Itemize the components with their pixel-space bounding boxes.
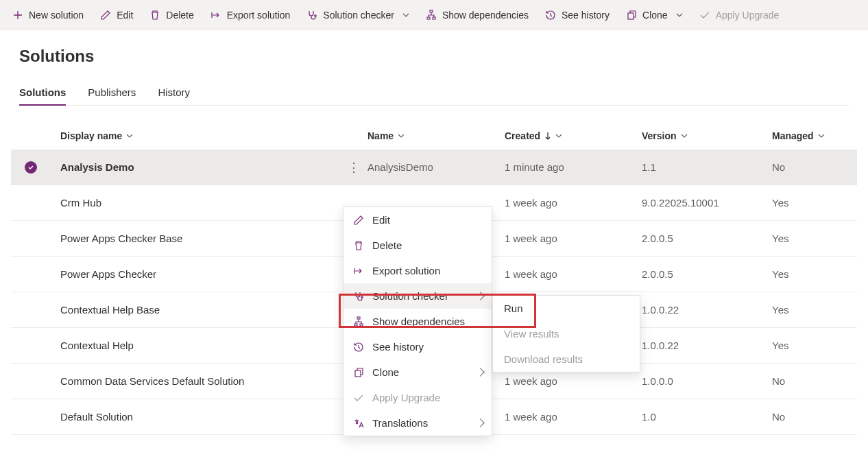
new-solution-button[interactable]: New solution [5,0,91,30]
export-solution-button[interactable]: Export solution [204,0,298,30]
submenu-view-results: View results [493,321,640,346]
check-icon [353,392,364,403]
delete-button[interactable]: Delete [143,0,200,30]
column-display-name[interactable]: Display name [60,130,133,141]
table-row[interactable]: Analysis Demo ⋮ AnalysisDemo 1 minute ag… [11,150,857,185]
display-name-cell[interactable]: Crm Hub [60,197,101,209]
show-dependencies-button[interactable]: Show dependencies [419,0,535,30]
display-name-cell[interactable]: Contextual Help [60,340,134,351]
svg-rect-2 [427,17,430,19]
pencil-icon [100,10,111,21]
menu-edit[interactable]: Edit [343,207,492,233]
column-created[interactable]: Created [505,130,562,141]
solution-checker-button[interactable]: Solution checker [300,0,416,30]
version-cell: 9.0.22025.10001 [642,197,719,209]
export-icon [210,10,221,21]
created-cell: 1 week ago [505,375,557,387]
tab-publishers[interactable]: Publishers [88,80,136,105]
svg-point-5 [361,296,363,297]
created-cell: 1 week ago [505,197,557,209]
svg-rect-3 [433,17,435,19]
version-cell: 1.0.0.22 [642,340,679,351]
display-name-cell[interactable]: Contextual Help Base [60,304,160,316]
chevron-down-icon [126,132,133,139]
menu-translations[interactable]: Translations [343,410,492,436]
chevron-down-icon [681,132,688,139]
display-name-cell[interactable]: Power Apps Checker [60,268,156,280]
hierarchy-icon [426,10,437,21]
managed-cell: No [772,375,785,387]
display-name-cell[interactable]: Power Apps Checker Base [60,233,182,244]
svg-rect-6 [357,317,360,319]
edit-label: Edit [117,10,133,21]
display-name-cell[interactable]: Common Data Services Default Solution [60,375,244,387]
page-header: Solutions Solutions Publishers History [0,30,868,106]
svg-rect-7 [354,324,357,326]
svg-point-0 [315,14,316,16]
show-dependencies-label: Show dependencies [442,10,529,21]
solution-checker-submenu: Run View results Download results [492,295,640,373]
managed-cell: No [772,411,785,423]
managed-cell: Yes [772,197,788,209]
chevron-down-icon [676,12,683,19]
row-context-menu: Edit Delete Export solution Solution che… [343,206,492,436]
created-cell: 1 week ago [505,233,557,244]
menu-apply-upgrade: Apply Upgrade [343,385,492,410]
clone-label: Clone [642,10,668,21]
menu-export-solution[interactable]: Export solution [343,258,492,283]
tab-history[interactable]: History [158,80,190,105]
submenu-download-results: Download results [493,346,640,372]
menu-clone[interactable]: Clone [343,359,492,385]
managed-cell: Yes [772,304,788,316]
name-cell: AnalysisDemo [367,161,433,173]
trash-icon [353,240,364,251]
tab-solutions[interactable]: Solutions [19,80,66,105]
clone-button[interactable]: Clone [619,0,690,30]
chevron-down-icon [398,132,405,139]
delete-label: Delete [166,10,193,21]
column-name[interactable]: Name [367,130,405,141]
managed-cell: Yes [772,268,788,280]
display-name-cell[interactable]: Default Solution [60,411,133,423]
svg-rect-1 [430,10,433,12]
version-cell: 2.0.0.5 [642,233,673,244]
new-solution-label: New solution [29,10,84,21]
created-cell: 1 minute ago [505,161,564,173]
see-history-button[interactable]: See history [538,0,616,30]
menu-show-dependencies[interactable]: Show dependencies [343,309,492,334]
menu-delete[interactable]: Delete [343,233,492,258]
history-icon [545,10,556,21]
clone-icon [626,10,637,21]
tabs: Solutions Publishers History [19,80,849,106]
export-icon [353,265,364,276]
submenu-run[interactable]: Run [493,296,640,321]
svg-rect-8 [360,324,363,326]
clone-icon [353,367,364,378]
version-cell: 2.0.0.5 [642,268,673,280]
chevron-down-icon [555,132,562,139]
selected-check-icon[interactable] [25,161,37,174]
chevron-down-icon [402,12,409,19]
table-header-row: Display name Name Created Version [11,130,857,150]
stethoscope-icon [306,10,317,21]
row-more-actions[interactable]: ⋮ [342,158,365,176]
version-cell: 1.0 [642,411,656,423]
managed-cell: Yes [772,340,788,351]
hierarchy-icon [353,316,364,327]
apply-upgrade-button: Apply Upgrade [692,0,786,30]
solution-checker-label: Solution checker [323,10,394,21]
svg-rect-4 [628,13,634,19]
column-managed[interactable]: Managed [772,130,825,141]
apply-upgrade-label: Apply Upgrade [716,10,780,21]
column-version[interactable]: Version [642,130,688,141]
menu-solution-checker[interactable]: Solution checker [343,283,492,309]
display-name-cell[interactable]: Analysis Demo [60,161,134,173]
chevron-down-icon [818,132,825,139]
edit-button[interactable]: Edit [93,0,140,30]
see-history-label: See history [562,10,610,21]
menu-see-history[interactable]: See history [343,334,492,359]
version-cell: 1.0.0.22 [642,304,679,316]
managed-cell: Yes [772,233,788,244]
version-cell: 1.1 [642,161,656,173]
created-cell: 1 week ago [505,268,557,280]
